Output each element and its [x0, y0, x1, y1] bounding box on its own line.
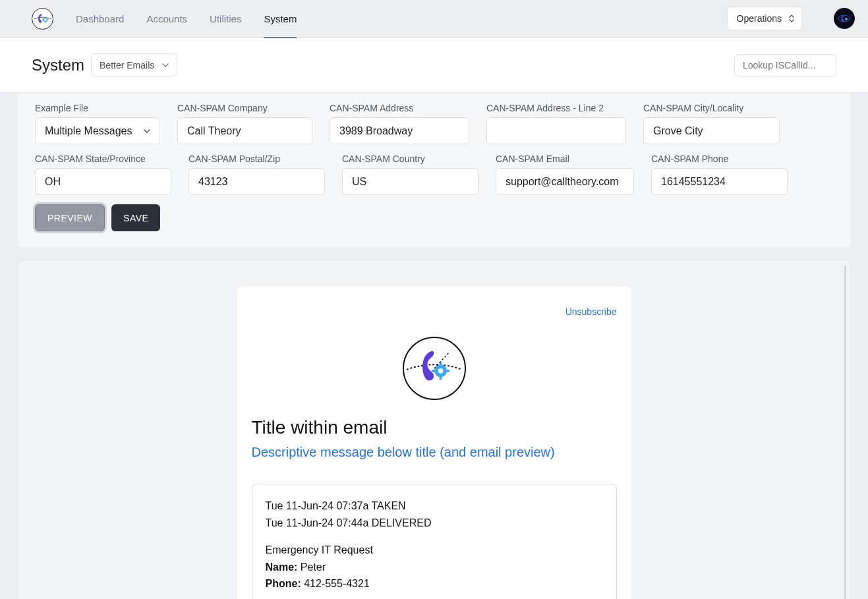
email-title: Title within email [252, 417, 617, 438]
svg-rect-6 [439, 376, 442, 380]
company-input[interactable] [177, 117, 312, 144]
nav-accounts[interactable]: Accounts [146, 0, 187, 38]
address-input[interactable] [330, 117, 469, 144]
label-address: CAN-SPAM Address [330, 103, 469, 113]
address2-input[interactable] [486, 117, 626, 144]
phone-input[interactable] [651, 168, 788, 195]
sub-header: System Better Emails [0, 38, 868, 93]
email-message-box: Tue 11-Jun-24 07:37a TAKEN Tue 11-Jun-24… [252, 484, 617, 599]
nav-system[interactable]: System [264, 0, 297, 38]
brand-logo [32, 8, 53, 30]
chevron-down-icon [161, 61, 170, 70]
msg-line-request: Emergency IT Request [266, 542, 603, 559]
nav-dashboard[interactable]: Dashboard [76, 0, 124, 38]
label-address2: CAN-SPAM Address - Line 2 [486, 103, 626, 113]
label-country: CAN-SPAM Country [342, 154, 478, 164]
msg-line-name: Name: Peter [266, 559, 603, 576]
unsubscribe-link[interactable]: Unsubscribe [252, 306, 617, 317]
chevron-up-down-icon [788, 14, 795, 23]
country-input[interactable] [342, 168, 478, 195]
svg-point-0 [43, 18, 47, 22]
svg-point-4 [438, 368, 443, 374]
example-file-select-value: Multiple Messages [45, 125, 132, 137]
operations-dropdown[interactable]: Operations [727, 7, 802, 30]
label-example-file: Example File [35, 103, 160, 113]
city-input[interactable] [643, 117, 780, 144]
label-phone: CAN-SPAM Phone [651, 154, 788, 164]
label-postal: CAN-SPAM Postal/Zip [188, 154, 325, 164]
preview-button[interactable]: PREVIEW [35, 204, 105, 231]
email-preview-panel: Unsubscribe Title wit [17, 260, 851, 599]
svg-point-2 [845, 18, 848, 20]
label-email: CAN-SPAM Email [496, 154, 634, 164]
msg-line-taken: Tue 11-Jun-24 07:37a TAKEN [266, 498, 603, 515]
nav-utilities[interactable]: Utilities [210, 0, 241, 38]
avatar[interactable] [834, 8, 855, 29]
email-card: Unsubscribe Title wit [237, 287, 631, 599]
settings-form: Example File Multiple Messages CAN-SPAM … [17, 93, 851, 248]
label-company: CAN-SPAM Company [177, 103, 312, 113]
postal-input[interactable] [188, 168, 325, 195]
svg-point-1 [838, 15, 850, 22]
avatar-icon [838, 12, 851, 25]
operations-dropdown-label: Operations [737, 13, 782, 24]
state-input[interactable] [35, 168, 171, 195]
svg-rect-8 [446, 370, 449, 372]
email-subtitle: Descriptive message below title (and ema… [252, 445, 617, 460]
top-nav: Dashboard Accounts Utilities System Oper… [0, 0, 868, 38]
chevron-down-icon [142, 127, 152, 136]
section-dropdown-label: Better Emails [100, 60, 154, 71]
msg-line-delivered: Tue 11-Jun-24 07:44a DELIVERED [266, 515, 603, 532]
msg-line-phone: Phone: 412-555-4321 [266, 575, 603, 592]
email-logo [403, 337, 466, 400]
example-file-select[interactable]: Multiple Messages [35, 117, 160, 144]
label-state: CAN-SPAM State/Province [35, 154, 171, 164]
save-button[interactable]: SAVE [111, 204, 160, 231]
label-city: CAN-SPAM City/Locality [643, 103, 780, 113]
page-title: System [32, 56, 84, 74]
svg-rect-7 [432, 370, 436, 372]
lookup-input[interactable] [734, 54, 836, 76]
email-input[interactable] [496, 168, 634, 195]
section-dropdown[interactable]: Better Emails [91, 53, 177, 76]
preview-scrollbar[interactable] [844, 266, 846, 599]
